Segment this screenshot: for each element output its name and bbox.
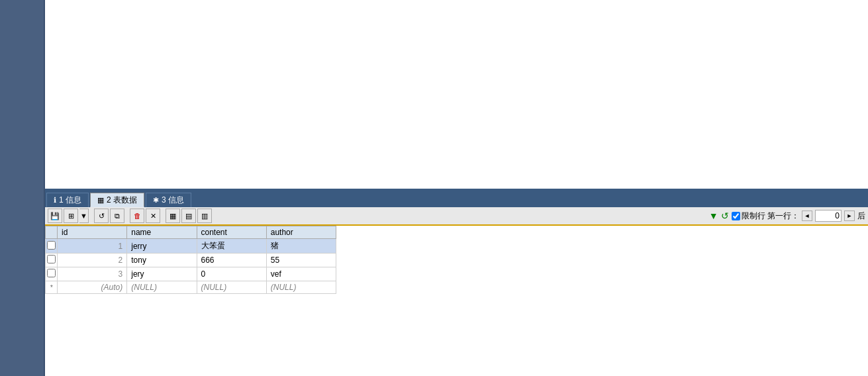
new-row-id[interactable]: (Auto) (58, 281, 127, 294)
nav-next-button[interactable]: ► (844, 211, 855, 221)
row1-content[interactable]: 大笨蛋 (197, 239, 266, 254)
tab-info1-label: 1 信息 (59, 195, 81, 206)
row2-checkbox[interactable] (47, 255, 56, 263)
limit-label: 限制行 第一行： (742, 211, 799, 222)
tab-info3-icon: ✱ (153, 196, 159, 205)
header-author[interactable]: author (266, 226, 336, 239)
delete-button[interactable]: 🗑 (130, 209, 144, 223)
refresh-green-icon[interactable]: ↺ (721, 211, 729, 221)
new-row-content[interactable]: (NULL) (197, 281, 266, 294)
grid-view3-button[interactable]: ▥ (197, 209, 212, 223)
data-table-container[interactable]: id name content author 1 jerry 大笨蛋 猪 2 t… (45, 226, 868, 376)
tab-info1[interactable]: ℹ 1 信息 (46, 193, 89, 207)
tab-info3[interactable]: ✱ 3 信息 (146, 193, 191, 207)
tab-tabledata[interactable]: ▦ 2 表数据 (90, 193, 144, 207)
data-table: id name content author 1 jerry 大笨蛋 猪 2 t… (45, 226, 336, 294)
table-row[interactable]: 3 jery 0 vef (46, 267, 336, 281)
row3-check[interactable] (46, 267, 58, 281)
nav-prev-button[interactable]: ◄ (802, 211, 812, 221)
tab-bar: ℹ 1 信息 ▦ 2 表数据 ✱ 3 信息 (45, 189, 868, 207)
row3-checkbox[interactable] (47, 269, 56, 277)
grid-view1-button[interactable]: ▦ (166, 209, 180, 223)
row1-author[interactable]: 猪 (266, 239, 336, 254)
row2-check[interactable] (46, 254, 58, 267)
row2-id[interactable]: 2 (58, 254, 127, 267)
filter-icon: ▼ (709, 211, 718, 221)
copy-dropdown-button[interactable]: ▼ (79, 209, 89, 223)
refresh-button[interactable]: ↺ (94, 209, 109, 223)
copy-button[interactable]: ⊞ (64, 209, 78, 223)
nav-next-label: 后 (857, 211, 865, 222)
row3-content[interactable]: 0 (197, 267, 266, 281)
new-row-author[interactable]: (NULL) (266, 281, 336, 294)
left-sidebar (0, 0, 45, 376)
limit-checkbox[interactable] (732, 212, 740, 220)
tab-info3-label: 3 信息 (162, 195, 184, 206)
row1-check[interactable] (46, 239, 58, 254)
row1-id[interactable]: 1 (58, 239, 127, 254)
row2-content[interactable]: 666 (197, 254, 266, 267)
new-row-marker: * (46, 281, 58, 294)
row3-name[interactable]: jery (127, 267, 197, 281)
duplicate-button[interactable]: ⧉ (110, 209, 124, 223)
header-check (46, 226, 58, 239)
toolbar: 💾 ⊞ ▼ ↺ ⧉ 🗑 ✕ ▦ ▤ ▥ ▼ ↺ 限制行 第一行： ◄ ► 后 (45, 207, 868, 226)
tab-info1-icon: ℹ (54, 196, 56, 205)
header-id[interactable]: id (58, 226, 127, 239)
grid-view2-button[interactable]: ▤ (181, 209, 196, 223)
row1-checkbox[interactable] (47, 241, 56, 250)
table-row[interactable]: 1 jerry 大笨蛋 猪 (46, 239, 336, 254)
row1-name[interactable]: jerry (127, 239, 197, 254)
new-row-name[interactable]: (NULL) (127, 281, 197, 294)
row2-name[interactable]: tony (127, 254, 197, 267)
row2-author[interactable]: 55 (266, 254, 336, 267)
limit-input[interactable] (815, 210, 842, 222)
toolbar-right: ▼ ↺ 限制行 第一行： ◄ ► 后 (709, 210, 865, 222)
table-row[interactable]: 2 tony 666 55 (46, 254, 336, 267)
table-new-row[interactable]: * (Auto) (NULL) (NULL) (NULL) (46, 281, 336, 294)
tab-tabledata-label: 2 表数据 (107, 195, 137, 206)
limit-checkbox-label: 限制行 第一行： (732, 211, 799, 222)
clear-button[interactable]: ✕ (146, 209, 160, 223)
save-button[interactable]: 💾 (48, 209, 62, 223)
white-area (45, 0, 868, 189)
row3-id[interactable]: 3 (58, 267, 127, 281)
header-content[interactable]: content (197, 226, 266, 239)
tab-tabledata-icon: ▦ (97, 196, 104, 205)
row3-author[interactable]: vef (266, 267, 336, 281)
table-header-row: id name content author (46, 226, 336, 239)
header-name[interactable]: name (127, 226, 197, 239)
